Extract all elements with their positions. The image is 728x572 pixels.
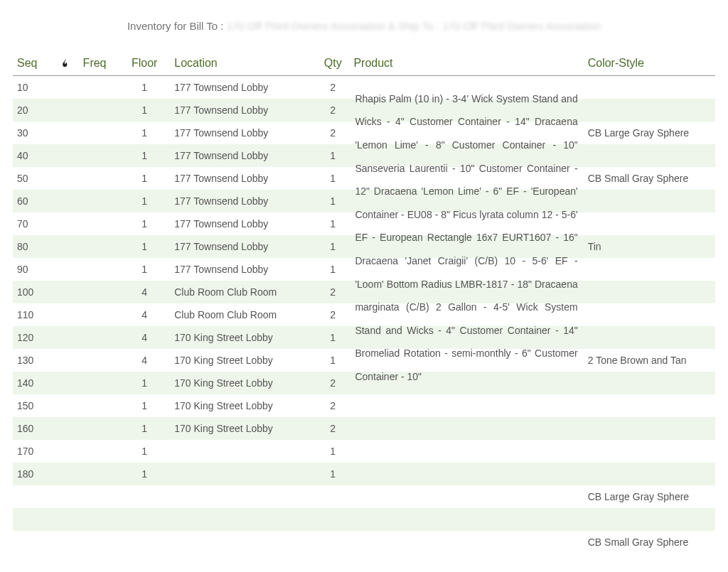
page-title: Inventory for Bill To : 170 Off Third Ow… [13,20,715,32]
cell-color-style [584,258,715,281]
cell-seq [13,485,53,508]
cell-color-style [584,326,715,349]
cell-seq: 50 [13,167,53,190]
cell-seq: 90 [13,258,53,281]
cell-freq [79,485,119,508]
cell-product [349,372,583,394]
cell-color-style [584,463,715,485]
cell-freq [79,190,119,212]
cell-fire [53,99,79,122]
cell-product [349,122,583,144]
cell-qty [316,485,349,508]
cell-location: Club Room Club Room [170,303,316,326]
cell-fire [53,326,79,349]
cell-fire [53,235,79,258]
cell-qty [316,508,349,531]
table-row: 1501170 King Street Lobby2 [13,394,715,417]
cell-seq: 60 [13,190,53,212]
table-header-row: Seq Freq Floor Location Qty Product Colo… [13,50,715,75]
cell-location: 170 King Street Lobby [170,326,316,349]
table-row: 1204170 King Street Lobby1 [13,326,715,349]
cell-fire [53,394,79,417]
cell-freq [79,531,119,554]
cell-product [349,326,583,349]
cell-fire [53,463,79,485]
table-row: 601177 Townsend Lobby1 [13,190,715,212]
cell-product [349,235,583,258]
cell-fire [53,258,79,281]
table-row: 1601170 King Street Lobby2 [13,417,715,440]
cell-freq [79,394,119,417]
cell-freq [79,349,119,372]
cell-product [349,508,583,531]
cell-fire [53,349,79,372]
cell-product [349,281,583,303]
cell-color-style: CB Small Gray Sphere [584,167,715,190]
cell-location: 177 Townsend Lobby [170,75,316,99]
cell-floor: 1 [119,99,170,122]
cell-color-style: 2 Tone Brown and Tan [584,349,715,372]
cell-product [349,190,583,212]
col-fire-icon [53,50,79,75]
cell-freq [79,258,119,281]
cell-floor: 1 [119,372,170,394]
cell-qty [316,531,349,554]
cell-freq [79,508,119,531]
cell-floor [119,485,170,508]
cell-location: Club Room Club Room [170,281,316,303]
cell-location: 177 Townsend Lobby [170,190,316,212]
col-seq: Seq [13,50,53,75]
cell-color-style [584,440,715,463]
cell-location [170,440,316,463]
cell-seq: 120 [13,326,53,349]
cell-qty: 2 [316,303,349,326]
table-row: 1304170 King Street Lobby12 Tone Brown a… [13,349,715,372]
cell-freq [79,463,119,485]
cell-location: 177 Townsend Lobby [170,122,316,144]
cell-floor: 4 [119,303,170,326]
table-row: 101177 Townsend Lobby2Rhapis Palm (10 in… [13,75,715,99]
table-row: 701177 Townsend Lobby1 [13,212,715,235]
cell-location: 177 Townsend Lobby [170,99,316,122]
cell-fire [53,190,79,212]
table-row: 201177 Townsend Lobby2 [13,99,715,122]
cell-floor: 1 [119,258,170,281]
cell-seq: 110 [13,303,53,326]
cell-freq [79,75,119,99]
col-location: Location [170,50,316,75]
cell-floor: 1 [119,417,170,440]
cell-color-style [584,99,715,122]
cell-floor: 1 [119,394,170,417]
cell-floor: 1 [119,144,170,167]
cell-freq [79,440,119,463]
cell-freq [79,144,119,167]
cell-floor: 1 [119,190,170,212]
cell-product [349,144,583,167]
cell-location [170,485,316,508]
cell-fire [53,144,79,167]
cell-qty: 2 [316,417,349,440]
cell-seq: 10 [13,75,53,99]
cell-fire [53,531,79,554]
cell-location: 170 King Street Lobby [170,394,316,417]
col-product: Product [349,50,583,75]
cell-product [349,440,583,463]
cell-product [349,485,583,508]
cell-freq [79,417,119,440]
cell-qty: 2 [316,281,349,303]
table-row: 401177 Townsend Lobby1 [13,144,715,167]
col-floor: Floor [119,50,170,75]
cell-freq [79,99,119,122]
table-row: CB Small Gray Sphere [13,531,715,554]
cell-product [349,394,583,417]
cell-qty: 2 [316,75,349,99]
cell-seq: 80 [13,235,53,258]
cell-fire [53,508,79,531]
cell-product [349,417,583,440]
cell-location: 177 Townsend Lobby [170,235,316,258]
cell-color-style: CB Small Gray Sphere [584,531,715,554]
cell-fire [53,212,79,235]
cell-freq [79,326,119,349]
cell-color-style: CB Large Gray Sphere [584,122,715,144]
cell-color-style [584,508,715,531]
